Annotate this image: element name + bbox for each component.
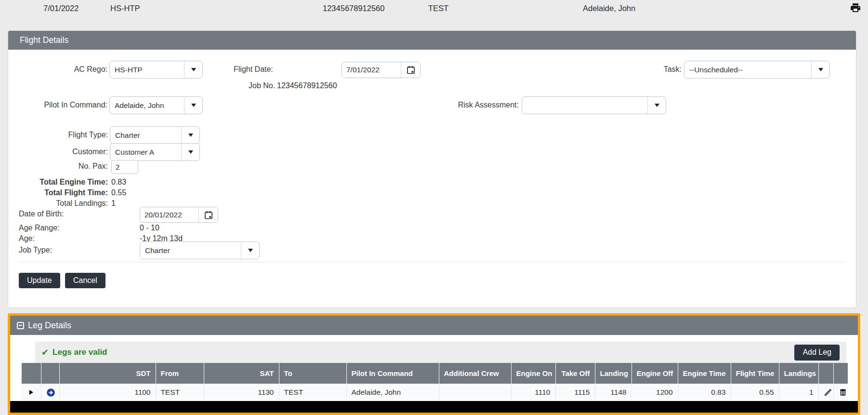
job-type-value: Charter bbox=[140, 242, 241, 259]
grid-summary-row: 7/01/2022 HS-HTP 12345678912560 TEST Ade… bbox=[0, 0, 868, 16]
flight-details-title: Flight Details bbox=[20, 35, 68, 45]
dropdown-arrow-icon bbox=[181, 144, 199, 161]
edit-icon[interactable] bbox=[824, 388, 829, 397]
cell-take-off: 1115 bbox=[555, 384, 595, 401]
risk-assessment-value bbox=[522, 97, 647, 114]
no-pax-input[interactable] bbox=[111, 160, 138, 174]
add-leg-button[interactable]: Add Leg bbox=[794, 345, 840, 361]
print-icon[interactable] bbox=[850, 2, 862, 14]
go-to-leg-icon[interactable] bbox=[46, 388, 54, 397]
dropdown-arrow-icon bbox=[647, 97, 666, 114]
header-additional-crew[interactable]: Additional Crew bbox=[439, 363, 511, 384]
header-engine-on[interactable]: Engine On bbox=[511, 363, 555, 384]
header-flight-time[interactable]: Flight Time bbox=[731, 363, 779, 384]
dropdown-arrow-icon bbox=[184, 97, 202, 114]
leg-details-title: Leg Details bbox=[28, 321, 71, 331]
ac-rego-select[interactable]: HS-HTP bbox=[109, 61, 203, 79]
pilot-in-command-label: Pilot In Command: bbox=[8, 101, 107, 109]
total-engine-time-value: 0.83 bbox=[111, 178, 126, 187]
header-take-off[interactable]: Take Off bbox=[555, 363, 595, 384]
header-from[interactable]: From bbox=[156, 363, 204, 384]
summary-pilot: Adelaide, John bbox=[583, 4, 635, 13]
leg-details-header: Leg Details bbox=[10, 316, 858, 335]
cell-to: TEST bbox=[279, 384, 346, 401]
leg-details-section: Leg Details ✔ Legs are valid Add Leg bbox=[8, 313, 860, 415]
update-button[interactable]: Update bbox=[19, 273, 60, 288]
age-label: Age: bbox=[19, 234, 35, 243]
customer-select[interactable]: Customer A bbox=[110, 143, 200, 161]
cancel-button[interactable]: Cancel bbox=[65, 273, 105, 288]
header-landing[interactable]: Landing bbox=[595, 363, 631, 384]
task-value: --Unscheduled-- bbox=[684, 61, 811, 78]
cell-sdt: 1100 bbox=[59, 384, 156, 401]
dropdown-arrow-icon bbox=[241, 242, 259, 259]
flight-date-label: Flight Date: bbox=[234, 65, 273, 74]
ac-rego-value: HS-HTP bbox=[110, 61, 184, 78]
date-of-birth-group bbox=[140, 207, 218, 223]
job-type-label: Job Type: bbox=[19, 246, 52, 254]
flight-date-input[interactable] bbox=[342, 62, 401, 78]
dropdown-arrow-icon bbox=[811, 61, 829, 78]
total-flight-time-value: 0.55 bbox=[111, 188, 126, 197]
check-icon: ✔ bbox=[41, 348, 49, 357]
calendar-icon[interactable] bbox=[198, 207, 218, 222]
date-of-birth-input[interactable] bbox=[140, 207, 198, 222]
expand-arrow-icon[interactable] bbox=[29, 390, 33, 395]
edit-cell[interactable] bbox=[818, 384, 833, 401]
header-pilot-in-command[interactable]: Pilot In Command bbox=[346, 363, 439, 384]
age-range-label: Age Range: bbox=[19, 224, 60, 232]
header-engine-time[interactable]: Engine Time bbox=[678, 363, 731, 384]
cell-landing: 1148 bbox=[595, 384, 631, 401]
flight-details-panel: Flight Details AC Rego: HS-HTP Flight Da… bbox=[8, 30, 856, 308]
flight-type-label: Flight Type: bbox=[8, 131, 108, 139]
total-flight-time-label: Total Flight Time: bbox=[8, 188, 108, 197]
total-landings-value: 1 bbox=[111, 199, 116, 208]
leg-toolbar: ✔ Legs are valid Add Leg bbox=[35, 342, 846, 363]
cell-pilot-in-command: Adelaide, John bbox=[346, 384, 439, 401]
job-type-select[interactable]: Charter bbox=[140, 241, 260, 259]
pilot-in-command-value: Adelaide, John bbox=[110, 97, 184, 114]
header-engine-off[interactable]: Engine Off bbox=[631, 363, 678, 384]
header-landings[interactable]: Landings bbox=[779, 363, 818, 384]
cell-from: TEST bbox=[156, 384, 204, 401]
delete-cell[interactable] bbox=[833, 384, 848, 401]
cell-engine-off: 1200 bbox=[631, 384, 678, 401]
ac-rego-label: AC Rego: bbox=[8, 65, 107, 74]
total-engine-time-label: Total Engine Time: bbox=[8, 178, 108, 187]
dropdown-arrow-icon bbox=[181, 127, 199, 144]
no-pax-label: No. Pax: bbox=[8, 162, 108, 171]
flight-type-value: Charter bbox=[110, 127, 181, 144]
summary-job-no: 12345678912560 bbox=[323, 4, 384, 13]
header-sdt[interactable]: SDT bbox=[59, 363, 156, 384]
flight-details-header: Flight Details bbox=[8, 31, 856, 50]
header-to[interactable]: To bbox=[279, 363, 346, 384]
cell-engine-time: 0.83 bbox=[678, 384, 731, 401]
expand-cell[interactable] bbox=[22, 384, 41, 401]
leg-table: SDT From SAT To Pilot In Command Additio… bbox=[22, 363, 848, 401]
risk-assessment-select[interactable] bbox=[522, 96, 666, 114]
header-sat[interactable]: SAT bbox=[204, 363, 279, 384]
collapse-icon[interactable] bbox=[17, 322, 24, 329]
leg-link-cell[interactable] bbox=[41, 384, 59, 401]
summary-task: TEST bbox=[428, 4, 448, 13]
cell-flight-time: 0.55 bbox=[731, 384, 779, 401]
header-edit bbox=[818, 363, 833, 384]
task-select[interactable]: --Unscheduled-- bbox=[684, 61, 830, 79]
job-no-label: Job No. bbox=[249, 81, 275, 90]
flight-type-select[interactable]: Charter bbox=[110, 126, 200, 144]
header-icon bbox=[41, 363, 59, 384]
bottom-strip bbox=[10, 401, 858, 413]
date-of-birth-label: Date of Birth: bbox=[19, 210, 64, 218]
legs-valid-status: ✔ Legs are valid bbox=[41, 348, 107, 357]
cell-additional-crew bbox=[439, 384, 511, 401]
leg-table-row: 1100 TEST 1130 TEST Adelaide, John 1110 … bbox=[22, 384, 848, 401]
leg-table-header-row: SDT From SAT To Pilot In Command Additio… bbox=[22, 363, 848, 384]
age-range-value: 0 - 10 bbox=[140, 224, 159, 232]
delete-icon[interactable] bbox=[839, 388, 843, 397]
customer-value: Customer A bbox=[110, 144, 181, 161]
pilot-in-command-select[interactable]: Adelaide, John bbox=[109, 96, 203, 114]
job-no-value: 12345678912560 bbox=[277, 81, 337, 90]
cell-sat: 1130 bbox=[204, 384, 279, 401]
summary-flight-date: 7/01/2022 bbox=[43, 4, 79, 13]
calendar-icon[interactable] bbox=[401, 62, 420, 78]
